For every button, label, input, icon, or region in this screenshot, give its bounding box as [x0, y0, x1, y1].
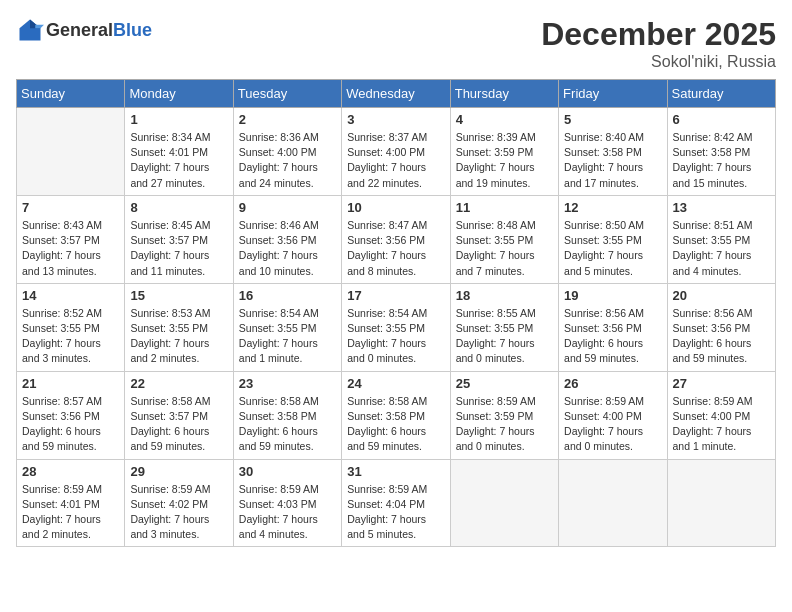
- day-info: Sunrise: 8:59 AMSunset: 4:03 PMDaylight:…: [239, 482, 336, 543]
- calendar-cell: 16Sunrise: 8:54 AMSunset: 3:55 PMDayligh…: [233, 283, 341, 371]
- day-number: 6: [673, 112, 770, 127]
- page-header: GeneralBlue December 2025 Sokol'niki, Ru…: [16, 16, 776, 71]
- calendar-cell: [559, 459, 667, 547]
- day-number: 7: [22, 200, 119, 215]
- calendar-cell: 5Sunrise: 8:40 AMSunset: 3:58 PMDaylight…: [559, 108, 667, 196]
- day-number: 23: [239, 376, 336, 391]
- calendar-cell: 29Sunrise: 8:59 AMSunset: 4:02 PMDayligh…: [125, 459, 233, 547]
- calendar-cell: 21Sunrise: 8:57 AMSunset: 3:56 PMDayligh…: [17, 371, 125, 459]
- day-info: Sunrise: 8:47 AMSunset: 3:56 PMDaylight:…: [347, 218, 444, 279]
- day-number: 20: [673, 288, 770, 303]
- day-info: Sunrise: 8:36 AMSunset: 4:00 PMDaylight:…: [239, 130, 336, 191]
- day-info: Sunrise: 8:37 AMSunset: 4:00 PMDaylight:…: [347, 130, 444, 191]
- day-number: 30: [239, 464, 336, 479]
- calendar-cell: 28Sunrise: 8:59 AMSunset: 4:01 PMDayligh…: [17, 459, 125, 547]
- day-info: Sunrise: 8:42 AMSunset: 3:58 PMDaylight:…: [673, 130, 770, 191]
- column-header-sunday: Sunday: [17, 80, 125, 108]
- day-number: 12: [564, 200, 661, 215]
- calendar-cell: 1Sunrise: 8:34 AMSunset: 4:01 PMDaylight…: [125, 108, 233, 196]
- day-info: Sunrise: 8:52 AMSunset: 3:55 PMDaylight:…: [22, 306, 119, 367]
- day-info: Sunrise: 8:50 AMSunset: 3:55 PMDaylight:…: [564, 218, 661, 279]
- calendar-cell: 7Sunrise: 8:43 AMSunset: 3:57 PMDaylight…: [17, 195, 125, 283]
- column-header-wednesday: Wednesday: [342, 80, 450, 108]
- day-info: Sunrise: 8:40 AMSunset: 3:58 PMDaylight:…: [564, 130, 661, 191]
- day-info: Sunrise: 8:43 AMSunset: 3:57 PMDaylight:…: [22, 218, 119, 279]
- month-title: December 2025: [541, 16, 776, 53]
- day-info: Sunrise: 8:58 AMSunset: 3:58 PMDaylight:…: [347, 394, 444, 455]
- day-number: 11: [456, 200, 553, 215]
- day-number: 3: [347, 112, 444, 127]
- calendar-cell: 4Sunrise: 8:39 AMSunset: 3:59 PMDaylight…: [450, 108, 558, 196]
- day-info: Sunrise: 8:55 AMSunset: 3:55 PMDaylight:…: [456, 306, 553, 367]
- day-info: Sunrise: 8:45 AMSunset: 3:57 PMDaylight:…: [130, 218, 227, 279]
- day-info: Sunrise: 8:51 AMSunset: 3:55 PMDaylight:…: [673, 218, 770, 279]
- day-number: 19: [564, 288, 661, 303]
- calendar-cell: 24Sunrise: 8:58 AMSunset: 3:58 PMDayligh…: [342, 371, 450, 459]
- calendar-cell: 11Sunrise: 8:48 AMSunset: 3:55 PMDayligh…: [450, 195, 558, 283]
- day-number: 5: [564, 112, 661, 127]
- calendar-cell: 18Sunrise: 8:55 AMSunset: 3:55 PMDayligh…: [450, 283, 558, 371]
- column-header-saturday: Saturday: [667, 80, 775, 108]
- calendar-cell: 8Sunrise: 8:45 AMSunset: 3:57 PMDaylight…: [125, 195, 233, 283]
- column-header-friday: Friday: [559, 80, 667, 108]
- day-number: 14: [22, 288, 119, 303]
- location-title: Sokol'niki, Russia: [541, 53, 776, 71]
- calendar-week-row: 14Sunrise: 8:52 AMSunset: 3:55 PMDayligh…: [17, 283, 776, 371]
- calendar-cell: 27Sunrise: 8:59 AMSunset: 4:00 PMDayligh…: [667, 371, 775, 459]
- day-info: Sunrise: 8:54 AMSunset: 3:55 PMDaylight:…: [239, 306, 336, 367]
- calendar-cell: 9Sunrise: 8:46 AMSunset: 3:56 PMDaylight…: [233, 195, 341, 283]
- day-info: Sunrise: 8:59 AMSunset: 4:00 PMDaylight:…: [673, 394, 770, 455]
- day-info: Sunrise: 8:39 AMSunset: 3:59 PMDaylight:…: [456, 130, 553, 191]
- day-number: 15: [130, 288, 227, 303]
- day-number: 24: [347, 376, 444, 391]
- day-number: 18: [456, 288, 553, 303]
- column-header-thursday: Thursday: [450, 80, 558, 108]
- calendar-table: SundayMondayTuesdayWednesdayThursdayFrid…: [16, 79, 776, 547]
- calendar-cell: 15Sunrise: 8:53 AMSunset: 3:55 PMDayligh…: [125, 283, 233, 371]
- day-info: Sunrise: 8:59 AMSunset: 3:59 PMDaylight:…: [456, 394, 553, 455]
- day-number: 29: [130, 464, 227, 479]
- logo-icon: [16, 16, 44, 44]
- day-info: Sunrise: 8:48 AMSunset: 3:55 PMDaylight:…: [456, 218, 553, 279]
- day-info: Sunrise: 8:54 AMSunset: 3:55 PMDaylight:…: [347, 306, 444, 367]
- logo-blue: Blue: [113, 20, 152, 40]
- day-info: Sunrise: 8:34 AMSunset: 4:01 PMDaylight:…: [130, 130, 227, 191]
- calendar-week-row: 7Sunrise: 8:43 AMSunset: 3:57 PMDaylight…: [17, 195, 776, 283]
- logo-general: General: [46, 20, 113, 40]
- title-block: December 2025 Sokol'niki, Russia: [541, 16, 776, 71]
- calendar-cell: 3Sunrise: 8:37 AMSunset: 4:00 PMDaylight…: [342, 108, 450, 196]
- day-number: 17: [347, 288, 444, 303]
- calendar-cell: 12Sunrise: 8:50 AMSunset: 3:55 PMDayligh…: [559, 195, 667, 283]
- day-info: Sunrise: 8:59 AMSunset: 4:00 PMDaylight:…: [564, 394, 661, 455]
- day-number: 27: [673, 376, 770, 391]
- day-number: 2: [239, 112, 336, 127]
- day-number: 31: [347, 464, 444, 479]
- logo: GeneralBlue: [16, 16, 152, 44]
- calendar-cell: 31Sunrise: 8:59 AMSunset: 4:04 PMDayligh…: [342, 459, 450, 547]
- day-info: Sunrise: 8:56 AMSunset: 3:56 PMDaylight:…: [673, 306, 770, 367]
- calendar-cell: 13Sunrise: 8:51 AMSunset: 3:55 PMDayligh…: [667, 195, 775, 283]
- day-number: 13: [673, 200, 770, 215]
- calendar-cell: 22Sunrise: 8:58 AMSunset: 3:57 PMDayligh…: [125, 371, 233, 459]
- calendar-cell: 10Sunrise: 8:47 AMSunset: 3:56 PMDayligh…: [342, 195, 450, 283]
- day-number: 16: [239, 288, 336, 303]
- calendar-week-row: 1Sunrise: 8:34 AMSunset: 4:01 PMDaylight…: [17, 108, 776, 196]
- day-number: 4: [456, 112, 553, 127]
- day-number: 22: [130, 376, 227, 391]
- calendar-cell: 30Sunrise: 8:59 AMSunset: 4:03 PMDayligh…: [233, 459, 341, 547]
- column-header-monday: Monday: [125, 80, 233, 108]
- day-info: Sunrise: 8:53 AMSunset: 3:55 PMDaylight:…: [130, 306, 227, 367]
- calendar-cell: 23Sunrise: 8:58 AMSunset: 3:58 PMDayligh…: [233, 371, 341, 459]
- svg-marker-2: [35, 25, 44, 29]
- day-info: Sunrise: 8:56 AMSunset: 3:56 PMDaylight:…: [564, 306, 661, 367]
- calendar-week-row: 21Sunrise: 8:57 AMSunset: 3:56 PMDayligh…: [17, 371, 776, 459]
- calendar-cell: 14Sunrise: 8:52 AMSunset: 3:55 PMDayligh…: [17, 283, 125, 371]
- calendar-cell: 6Sunrise: 8:42 AMSunset: 3:58 PMDaylight…: [667, 108, 775, 196]
- day-info: Sunrise: 8:59 AMSunset: 4:02 PMDaylight:…: [130, 482, 227, 543]
- calendar-cell: [450, 459, 558, 547]
- day-info: Sunrise: 8:57 AMSunset: 3:56 PMDaylight:…: [22, 394, 119, 455]
- day-number: 25: [456, 376, 553, 391]
- calendar-header-row: SundayMondayTuesdayWednesdayThursdayFrid…: [17, 80, 776, 108]
- day-number: 8: [130, 200, 227, 215]
- calendar-cell: [17, 108, 125, 196]
